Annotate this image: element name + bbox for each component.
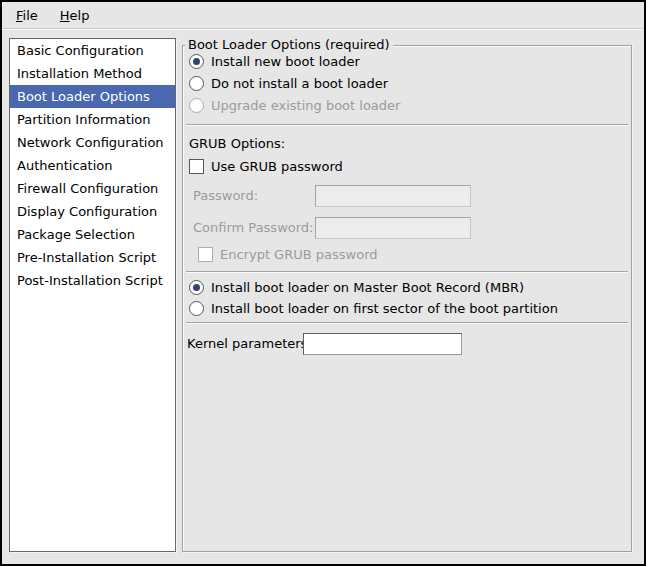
password-input [315,185,471,207]
radio-install-new-boot-loader[interactable] [189,54,204,69]
menu-help-rest: elp [70,8,90,23]
confirm-password-label: Confirm Password: [193,220,313,235]
use-grub-password-row[interactable]: Use GRUB password [189,158,343,175]
radio-row-do-not-install[interactable]: Do not install a boot loader [189,75,388,92]
use-grub-password-checkbox[interactable] [189,159,204,174]
separator [186,322,628,324]
sidebar-item-authentication[interactable]: Authentication [10,154,175,177]
use-grub-password-label: Use GRUB password [211,159,343,174]
boot-loader-options-frame: Boot Loader Options (required) Install n… [182,45,632,552]
sidebar-item-post-installation-script[interactable]: Post-Installation Script [10,269,175,292]
menu-file-rest: ile [23,8,38,23]
radio-label: Install new boot loader [211,54,360,69]
frame-title: Boot Loader Options (required) [185,37,393,52]
encrypt-grub-password-label: Encrypt GRUB password [220,247,378,262]
radio-label: Install boot loader on first sector of t… [211,301,558,316]
kernel-parameters-label: Kernel parameters: [187,336,312,351]
menu-help-accel: H [60,8,70,23]
sidebar-item-pre-installation-script[interactable]: Pre-Installation Script [10,246,175,269]
sidebar-item-display-configuration[interactable]: Display Configuration [10,200,175,223]
radio-label: Install boot loader on Master Boot Recor… [211,280,524,295]
menu-help[interactable]: Help [56,6,94,25]
kernel-parameters-input[interactable] [303,333,462,355]
radio-do-not-install-boot-loader[interactable] [189,76,204,91]
sidebar-item-network-configuration[interactable]: Network Configuration [10,131,175,154]
radio-row-first-sector[interactable]: Install boot loader on first sector of t… [189,300,558,317]
encrypt-grub-password-row: Encrypt GRUB password [198,246,378,263]
grub-options-heading: GRUB Options: [189,135,285,152]
sidebar-item-firewall-configuration[interactable]: Firewall Configuration [10,177,175,200]
sidebar-item-package-selection[interactable]: Package Selection [10,223,175,246]
radio-install-on-first-sector[interactable] [189,301,204,316]
kernel-parameters-label-row: Kernel parameters: [187,335,312,352]
radio-label: Do not install a boot loader [211,76,388,91]
sidebar-item-boot-loader-options[interactable]: Boot Loader Options [10,85,175,108]
separator [186,271,628,273]
radio-upgrade-existing-boot-loader [189,98,204,113]
radio-row-install-new[interactable]: Install new boot loader [189,53,360,70]
radio-label: Upgrade existing boot loader [211,98,400,113]
section-list: Basic Configuration Installation Method … [9,38,176,552]
password-label-row: Password: [193,187,258,204]
sidebar-item-installation-method[interactable]: Installation Method [10,62,175,85]
password-label: Password: [193,188,258,203]
menu-file[interactable]: File [12,6,42,25]
radio-row-mbr[interactable]: Install boot loader on Master Boot Recor… [189,279,524,296]
radio-install-on-mbr[interactable] [189,280,204,295]
radio-row-upgrade-existing: Upgrade existing boot loader [189,97,400,114]
grub-options-label: GRUB Options: [189,136,285,151]
confirm-password-input [315,217,471,239]
confirm-password-label-row: Confirm Password: [193,219,313,236]
separator [186,124,628,126]
encrypt-grub-password-checkbox [198,247,213,262]
sidebar-item-partition-information[interactable]: Partition Information [10,108,175,131]
menubar: File Help [2,2,644,29]
sidebar-item-basic-configuration[interactable]: Basic Configuration [10,39,175,62]
kickstart-configurator-window: File Help Basic Configuration Installati… [0,0,646,566]
